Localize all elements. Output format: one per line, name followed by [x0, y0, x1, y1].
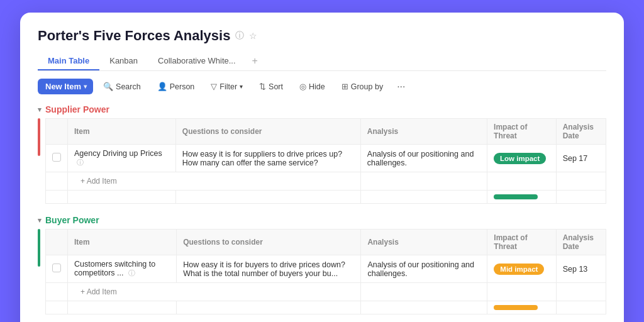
sort-button[interactable]: ⇅ Sort [253, 79, 289, 94]
search-button[interactable]: 🔍 Search [97, 79, 147, 94]
group-icon: ⊞ [341, 82, 348, 91]
section-supplier-title: Supplier Power [45, 104, 109, 114]
supplier-bar [494, 194, 538, 199]
analysis-cell: Analysis of our positioning and challeng… [360, 145, 487, 172]
filter-icon: ▽ [211, 82, 217, 91]
col-questions-header: Questions to consider [175, 119, 360, 145]
supplier-table-container: Item Questions to consider Analysis Impa… [38, 118, 606, 204]
col-analysis-header: Analysis [360, 119, 487, 145]
impact-cell: Mid impact [487, 255, 556, 283]
col-impact-header: Impact of Threat [487, 119, 557, 145]
sort-icon: ⇅ [259, 82, 266, 91]
buyer-table: Item Questions to consider Analysis Impa… [45, 229, 606, 314]
supplier-table-wrap: Item Questions to consider Analysis Impa… [45, 118, 606, 204]
star-icon[interactable]: ☆ [249, 31, 257, 41]
section-supplier-header[interactable]: ▾ Supplier Power [38, 104, 606, 114]
add-item-button[interactable]: + Add Item [74, 284, 123, 299]
person-icon: 👤 [157, 82, 167, 91]
tab-collaborative[interactable]: Collaborative White... [148, 52, 246, 70]
chevron-down-icon: ▾ [84, 83, 87, 90]
chevron-down-icon: ▾ [38, 106, 42, 114]
analysis-cell: Analysis of our positioning and challeng… [361, 255, 487, 283]
page-title: Porter's Five Forces Analysis [38, 28, 230, 44]
date-cell: Sep 13 [556, 255, 606, 283]
toolbar: New Item ▾ 🔍 Search 👤 Person ▽ Filter ▾ … [38, 79, 606, 94]
col-impact-header: Impact of Threat [487, 230, 556, 255]
questions-cell: How easy it is for buyers to drive price… [177, 255, 361, 283]
questions-cell: How easy it is for suppliers to drive pr… [175, 145, 360, 172]
table-row: Customers switching to competitors ... ⓘ… [46, 255, 606, 283]
info-icon[interactable]: ⓘ [235, 30, 244, 42]
item-cell: Customers switching to competitors ... ⓘ [68, 255, 177, 283]
add-item-cell: + Add Item [68, 283, 361, 301]
col-analysis-header: Analysis [361, 230, 487, 255]
info-icon: ⓘ [128, 269, 135, 277]
col-check [46, 230, 68, 255]
row-checkbox[interactable] [52, 153, 61, 162]
col-date-header: Analysis Date [556, 119, 606, 145]
chevron-down-icon: ▾ [240, 83, 243, 90]
date-cell: Sep 17 [556, 145, 606, 172]
hide-button[interactable]: ◎ Hide [293, 79, 331, 94]
row-checkbox[interactable] [52, 264, 61, 272]
col-item-header: Item [68, 119, 176, 145]
page-header: Porter's Five Forces Analysis ⓘ ☆ [38, 28, 606, 44]
chevron-down-icon: ▾ [38, 216, 42, 225]
row-checkbox-cell [46, 145, 68, 172]
person-button[interactable]: 👤 Person [151, 79, 201, 94]
section-buyer-power: ▾ Buyer Power Item Questions to consider… [38, 215, 606, 314]
section-buyer-header[interactable]: ▾ Buyer Power [38, 215, 606, 225]
impact-badge[interactable]: Low impact [494, 153, 546, 164]
section-bar-row [46, 191, 606, 204]
impact-cell: Low impact [487, 145, 557, 172]
search-icon: 🔍 [103, 82, 113, 91]
col-item-header: Item [68, 230, 177, 255]
table-row: Agency Driving up Prices ⓘ How easy it i… [46, 145, 606, 172]
tab-bar: Main Table Kanban Collaborative White...… [38, 52, 606, 71]
row-checkbox-cell [46, 255, 68, 283]
buyer-bar [494, 305, 538, 310]
buyer-table-wrap: Item Questions to consider Analysis Impa… [45, 229, 606, 314]
supplier-indicator-bar [38, 118, 40, 156]
buyer-indicator-bar [38, 229, 40, 267]
tab-kanban[interactable]: Kanban [99, 52, 148, 70]
group-by-button[interactable]: ⊞ Group by [335, 79, 389, 94]
add-item-cell: + Add Item [68, 172, 361, 191]
col-check [46, 119, 68, 145]
filter-button[interactable]: ▽ Filter ▾ [204, 79, 249, 94]
tab-add-button[interactable]: + [246, 52, 264, 70]
section-buyer-title: Buyer Power [45, 215, 99, 225]
add-item-button[interactable]: + Add Item [74, 174, 123, 189]
buyer-header-row: Item Questions to consider Analysis Impa… [46, 230, 606, 255]
add-item-row: + Add Item [46, 283, 606, 301]
section-bar-row [46, 301, 606, 314]
impact-badge[interactable]: Mid impact [494, 264, 544, 275]
col-questions-header: Questions to consider [177, 230, 361, 255]
hide-icon: ◎ [299, 82, 306, 91]
add-item-row: + Add Item [46, 172, 606, 191]
supplier-header-row: Item Questions to consider Analysis Impa… [46, 119, 606, 145]
info-icon: ⓘ [77, 158, 84, 166]
section-supplier-power: ▾ Supplier Power Item Questions to consi… [38, 104, 606, 204]
item-cell: Agency Driving up Prices ⓘ [68, 145, 176, 172]
more-options-button[interactable]: ··· [393, 80, 409, 94]
supplier-table: Item Questions to consider Analysis Impa… [45, 118, 606, 204]
tab-main-table[interactable]: Main Table [38, 52, 99, 70]
main-card: Porter's Five Forces Analysis ⓘ ☆ Main T… [20, 13, 624, 322]
new-item-button[interactable]: New Item ▾ [38, 79, 93, 94]
col-date-header: Analysis Date [556, 230, 606, 255]
buyer-table-container: Item Questions to consider Analysis Impa… [38, 229, 606, 314]
